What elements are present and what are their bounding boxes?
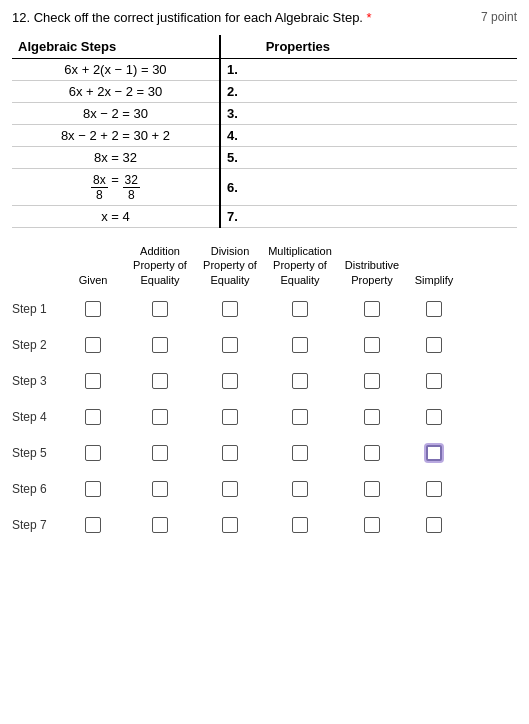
checkbox-input-step1-col6[interactable] [426,301,442,317]
checkbox-step7-col1[interactable] [62,517,124,533]
checkbox-input-step4-col1[interactable] [85,409,101,425]
checkbox-step5-col4[interactable] [264,445,336,461]
checkbox-input-step4-col6[interactable] [426,409,442,425]
checkbox-input-step6-col4[interactable] [292,481,308,497]
step-num-5: 5. [220,147,260,169]
checkbox-step5-col6[interactable] [408,445,460,461]
checkbox-step6-col3[interactable] [196,481,264,497]
checkbox-input-step6-col3[interactable] [222,481,238,497]
checkbox-step3-col1[interactable] [62,373,124,389]
checkbox-step5-col1[interactable] [62,445,124,461]
checkbox-step4-col5[interactable] [336,409,408,425]
alg-step-1: 6x + 2(x − 1) = 30 [12,59,220,81]
checkbox-input-step1-col4[interactable] [292,301,308,317]
checkbox-input-step5-col3[interactable] [222,445,238,461]
checkbox-step7-col2[interactable] [124,517,196,533]
checkbox-step1-col2[interactable] [124,301,196,317]
checkbox-step3-col3[interactable] [196,373,264,389]
checkbox-step1-col5[interactable] [336,301,408,317]
checkbox-step3-col5[interactable] [336,373,408,389]
checkbox-step2-col1[interactable] [62,337,124,353]
col-header-distributive: Distributive Property [336,258,408,287]
col-header-multiplication: Multiplication Property of Equality [264,244,336,287]
alg-step-3: 8x − 2 = 30 [12,103,220,125]
checkbox-step7-col3[interactable] [196,517,264,533]
checkbox-input-step3-col6[interactable] [426,373,442,389]
step-num-1: 1. [220,59,260,81]
checkbox-step6-col1[interactable] [62,481,124,497]
checkbox-input-step7-col4[interactable] [292,517,308,533]
table-row: 8x − 2 = 30 3. [12,103,517,125]
checkbox-input-step3-col2[interactable] [152,373,168,389]
checkbox-input-step4-col4[interactable] [292,409,308,425]
properties-header: Properties [260,35,517,59]
checkbox-input-step4-col5[interactable] [364,409,380,425]
checkbox-step7-col5[interactable] [336,517,408,533]
checkbox-step4-col6[interactable] [408,409,460,425]
checkbox-input-step2-col1[interactable] [85,337,101,353]
checkbox-input-step3-col3[interactable] [222,373,238,389]
checkbox-step2-col3[interactable] [196,337,264,353]
checkbox-input-step5-col5[interactable] [364,445,380,461]
checkbox-step6-col2[interactable] [124,481,196,497]
checkbox-input-step5-col1[interactable] [85,445,101,461]
checkbox-step3-col2[interactable] [124,373,196,389]
checkbox-input-step7-col6[interactable] [426,517,442,533]
checkbox-input-step3-col4[interactable] [292,373,308,389]
checkbox-input-step1-col3[interactable] [222,301,238,317]
checkbox-input-step1-col1[interactable] [85,301,101,317]
points-label: 7 point [481,10,517,24]
step-row-4: Step 4 [12,399,517,435]
checkbox-step2-col6[interactable] [408,337,460,353]
checkbox-step4-col4[interactable] [264,409,336,425]
checkbox-step5-col5[interactable] [336,445,408,461]
checkbox-input-step2-col6[interactable] [426,337,442,353]
checkbox-step1-col4[interactable] [264,301,336,317]
checkbox-input-step7-col1[interactable] [85,517,101,533]
checkbox-input-step2-col3[interactable] [222,337,238,353]
checkbox-step2-col5[interactable] [336,337,408,353]
checkbox-input-step4-col2[interactable] [152,409,168,425]
checkbox-step4-col2[interactable] [124,409,196,425]
checkbox-input-step5-col4[interactable] [292,445,308,461]
step-rows-container: Step 1Step 2Step 3Step 4Step 5Step 6Step… [12,291,517,543]
checkbox-step6-col5[interactable] [336,481,408,497]
checkbox-step4-col1[interactable] [62,409,124,425]
checkbox-step1-col3[interactable] [196,301,264,317]
step-num-2: 2. [220,81,260,103]
checkbox-step5-col3[interactable] [196,445,264,461]
checkbox-input-step4-col3[interactable] [222,409,238,425]
checkbox-step2-col4[interactable] [264,337,336,353]
checkbox-input-step5-col6[interactable] [426,445,442,461]
checkbox-input-step6-col6[interactable] [426,481,442,497]
checkbox-input-step3-col1[interactable] [85,373,101,389]
checkbox-input-step7-col2[interactable] [152,517,168,533]
checkbox-input-step1-col2[interactable] [152,301,168,317]
checkbox-input-step7-col5[interactable] [364,517,380,533]
checkbox-step7-col4[interactable] [264,517,336,533]
checkbox-input-step3-col5[interactable] [364,373,380,389]
checkbox-step4-col3[interactable] [196,409,264,425]
checkbox-input-step2-col4[interactable] [292,337,308,353]
checkbox-input-step2-col5[interactable] [364,337,380,353]
checkbox-input-step2-col2[interactable] [152,337,168,353]
checkbox-input-step6-col5[interactable] [364,481,380,497]
checkbox-step1-col6[interactable] [408,301,460,317]
checkbox-step2-col2[interactable] [124,337,196,353]
checkbox-input-step5-col2[interactable] [152,445,168,461]
step-label-7: Step 7 [12,518,62,532]
checkbox-step6-col6[interactable] [408,481,460,497]
checkbox-step3-col6[interactable] [408,373,460,389]
question-body: Check off the correct justification for … [34,10,363,25]
checkbox-step5-col2[interactable] [124,445,196,461]
checkbox-step3-col4[interactable] [264,373,336,389]
required-marker: * [367,10,372,25]
checkbox-input-step6-col1[interactable] [85,481,101,497]
checkbox-step7-col6[interactable] [408,517,460,533]
checkbox-input-step7-col3[interactable] [222,517,238,533]
checkbox-step6-col4[interactable] [264,481,336,497]
checkbox-input-step6-col2[interactable] [152,481,168,497]
checkbox-step1-col1[interactable] [62,301,124,317]
checkbox-input-step1-col5[interactable] [364,301,380,317]
alg-step-7: x = 4 [12,206,220,228]
